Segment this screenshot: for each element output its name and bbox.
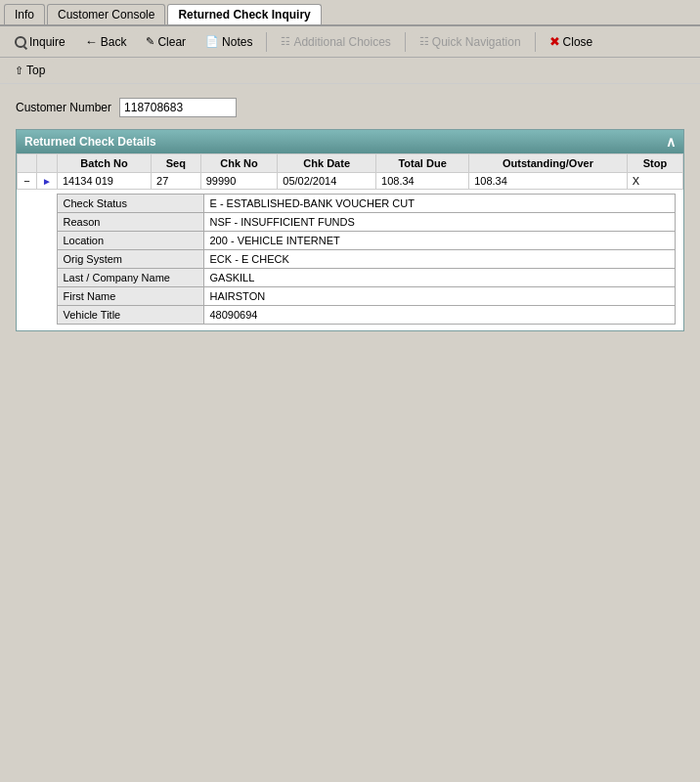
clear-button[interactable]: ✎ Clear — [137, 31, 195, 53]
quick-navigation-button[interactable]: ☷ Quick Navigation — [411, 31, 530, 53]
back-icon: ← — [85, 34, 98, 49]
top-label: Top — [26, 64, 45, 77]
chk-no-header: Chk No — [200, 154, 278, 173]
detail-label-cell: Last / Company Name — [57, 269, 203, 287]
detail-label-cell: Reason — [57, 213, 203, 232]
stop-cell: X — [627, 173, 682, 190]
back-label: Back — [101, 35, 127, 49]
row-expand-cell[interactable]: − — [18, 173, 37, 190]
detail-field-row: Check Status E - ESTABLISHED-BANK VOUCHE… — [57, 195, 675, 213]
inquire-button[interactable]: Inquire — [6, 31, 74, 53]
top-icon: ⇧ — [15, 65, 23, 77]
toolbar-separator-2 — [405, 32, 406, 52]
detail-label-cell: Vehicle Title — [57, 306, 203, 325]
detail-value-cell: GASKILL — [203, 269, 675, 287]
seq-cell: 27 — [152, 173, 201, 190]
returned-check-details-panel: Returned Check Details ∧ Batch No Seq Ch… — [16, 129, 684, 331]
section-header: Returned Check Details ∧ — [17, 130, 683, 153]
batch-no-header: Batch No — [57, 154, 151, 173]
customer-number-row: Customer Number — [16, 98, 684, 117]
notes-label: Notes — [222, 35, 252, 49]
tab-customer-console[interactable]: Customer Console — [47, 4, 165, 24]
detail-field-row: Vehicle Title 48090694 — [57, 306, 675, 325]
detail-row: Check Status E - ESTABLISHED-BANK VOUCHE… — [18, 190, 683, 331]
close-button[interactable]: ✖ Close — [541, 30, 602, 53]
chk-date-header: Chk Date — [278, 154, 376, 173]
detail-field-row: Reason NSF - INSUFFICIENT FUNDS — [57, 213, 675, 232]
clear-icon: ✎ — [146, 35, 154, 48]
detail-value-cell: NSF - INSUFFICIENT FUNDS — [203, 213, 675, 232]
outstanding-over-header: Outstanding/Over — [469, 154, 628, 173]
toolbar-separator — [266, 32, 267, 52]
toolbar: Inquire ← Back ✎ Clear 📄 Notes ☷ Additio… — [0, 26, 700, 58]
arrow-col-header — [37, 154, 58, 173]
detail-label-cell: First Name — [57, 287, 203, 306]
customer-number-input[interactable] — [119, 98, 237, 117]
detail-table: Check Status E - ESTABLISHED-BANK VOUCHE… — [57, 194, 676, 325]
close-icon: ✖ — [549, 34, 560, 49]
total-due-cell: 108.34 — [376, 173, 469, 190]
quick-navigation-icon: ☷ — [419, 35, 429, 48]
additional-choices-label: Additional Choices — [293, 35, 390, 49]
detail-value-cell: E - ESTABLISHED-BANK VOUCHER CUT — [203, 195, 675, 213]
outstanding-over-cell: 108.34 — [469, 173, 628, 190]
clear-label: Clear — [157, 35, 186, 49]
table-row: − ► 14134 019 27 99990 05/02/2014 108.34… — [18, 173, 683, 190]
detail-value-cell: HAIRSTON — [203, 287, 675, 306]
top-nav-bar: ⇧ Top — [0, 58, 700, 84]
inquire-icon — [15, 36, 26, 48]
main-content: Customer Number Returned Check Details ∧… — [0, 84, 700, 341]
tab-bar: Info Customer Console Returned Check Inq… — [0, 0, 700, 26]
notes-button[interactable]: 📄 Notes — [197, 31, 261, 53]
notes-icon: 📄 — [205, 35, 219, 48]
back-button[interactable]: ← Back — [76, 30, 136, 53]
detail-field-row: First Name HAIRSTON — [57, 287, 675, 306]
chk-no-cell: 99990 — [200, 173, 278, 190]
tab-info[interactable]: Info — [4, 4, 45, 24]
stop-header: Stop — [627, 154, 682, 173]
detail-value-cell: 48090694 — [203, 306, 675, 325]
additional-choices-icon: ☷ — [281, 35, 290, 48]
table-header-row: Batch No Seq Chk No Chk Date Total Due O… — [18, 154, 683, 173]
inquire-label: Inquire — [29, 35, 66, 49]
chk-date-cell: 05/02/2014 — [278, 173, 376, 190]
detail-field-row: Orig System ECK - E CHECK — [57, 250, 675, 269]
customer-number-label: Customer Number — [16, 101, 111, 114]
expand-col-header — [18, 154, 37, 173]
additional-choices-button[interactable]: ☷ Additional Choices — [272, 31, 399, 53]
top-button[interactable]: ⇧ Top — [6, 61, 54, 80]
toolbar-separator-3 — [535, 32, 536, 52]
section-title: Returned Check Details — [24, 135, 156, 149]
row-arrow-cell[interactable]: ► — [37, 173, 58, 190]
quick-navigation-label: Quick Navigation — [432, 35, 521, 49]
batch-no-cell: 14134 019 — [57, 173, 151, 190]
detail-field-row: Location 200 - VEHICLE INTERNET — [57, 232, 675, 250]
returned-check-table: Batch No Seq Chk No Chk Date Total Due O… — [17, 153, 683, 330]
detail-value-cell: ECK - E CHECK — [203, 250, 675, 269]
total-due-header: Total Due — [376, 154, 469, 173]
close-label: Close — [563, 35, 593, 49]
detail-label-cell: Location — [57, 232, 203, 250]
detail-label-cell: Orig System — [57, 250, 203, 269]
row-arrow-icon: ► — [42, 176, 52, 187]
collapse-button[interactable]: ∧ — [666, 134, 676, 150]
detail-field-row: Last / Company Name GASKILL — [57, 269, 675, 287]
detail-label-cell: Check Status — [57, 195, 203, 213]
seq-header: Seq — [152, 154, 201, 173]
detail-value-cell: 200 - VEHICLE INTERNET — [203, 232, 675, 250]
tab-returned-check-inquiry[interactable]: Returned Check Inquiry — [167, 4, 321, 24]
